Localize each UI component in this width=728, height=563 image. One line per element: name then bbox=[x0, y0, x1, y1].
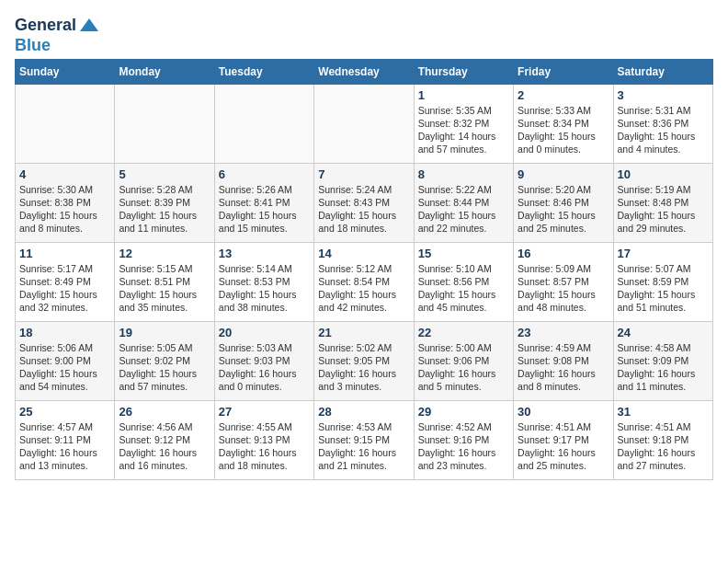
weekday-header-row: SundayMondayTuesdayWednesdayThursdayFrid… bbox=[16, 59, 713, 84]
calendar-cell: 14Sunrise: 5:12 AMSunset: 8:54 PMDayligh… bbox=[314, 242, 414, 321]
day-number: 28 bbox=[318, 405, 409, 419]
day-info: Sunrise: 4:56 AMSunset: 9:12 PMDaylight:… bbox=[119, 420, 210, 473]
day-info: Sunrise: 5:06 AMSunset: 9:00 PMDaylight:… bbox=[19, 341, 110, 394]
day-number: 20 bbox=[219, 326, 310, 339]
calendar-cell: 15Sunrise: 5:10 AMSunset: 8:56 PMDayligh… bbox=[414, 242, 513, 321]
day-number: 8 bbox=[418, 167, 509, 181]
day-info: Sunrise: 4:58 AMSunset: 9:09 PMDaylight:… bbox=[618, 341, 709, 394]
calendar-cell: 30Sunrise: 4:51 AMSunset: 9:17 PMDayligh… bbox=[514, 400, 613, 479]
calendar-cell: 12Sunrise: 5:15 AMSunset: 8:51 PMDayligh… bbox=[115, 242, 214, 321]
calendar-week-row: 18Sunrise: 5:06 AMSunset: 9:00 PMDayligh… bbox=[16, 321, 713, 400]
day-info: Sunrise: 5:35 AMSunset: 8:32 PMDaylight:… bbox=[418, 104, 509, 156]
day-number: 30 bbox=[518, 405, 609, 419]
day-number: 6 bbox=[219, 167, 310, 181]
calendar-cell: 18Sunrise: 5:06 AMSunset: 9:00 PMDayligh… bbox=[16, 321, 115, 400]
day-number: 31 bbox=[618, 405, 709, 419]
day-number: 5 bbox=[119, 167, 210, 181]
day-info: Sunrise: 5:26 AMSunset: 8:41 PMDaylight:… bbox=[219, 183, 310, 236]
weekday-header-tuesday: Tuesday bbox=[214, 59, 313, 84]
calendar-cell: 27Sunrise: 4:55 AMSunset: 9:13 PMDayligh… bbox=[214, 400, 313, 479]
day-number: 10 bbox=[618, 167, 709, 181]
calendar-cell bbox=[214, 84, 313, 163]
calendar-week-row: 1Sunrise: 5:35 AMSunset: 8:32 PMDaylight… bbox=[16, 84, 713, 163]
day-number: 17 bbox=[618, 247, 709, 260]
day-number: 18 bbox=[19, 326, 110, 339]
calendar-cell bbox=[115, 84, 214, 163]
calendar-cell: 31Sunrise: 4:51 AMSunset: 9:18 PMDayligh… bbox=[613, 400, 712, 479]
day-number: 25 bbox=[19, 405, 110, 419]
calendar-cell: 24Sunrise: 4:58 AMSunset: 9:09 PMDayligh… bbox=[613, 321, 712, 400]
calendar-cell: 11Sunrise: 5:17 AMSunset: 8:49 PMDayligh… bbox=[16, 242, 115, 321]
day-number: 23 bbox=[518, 326, 609, 339]
logo-text-line2: Blue bbox=[15, 36, 51, 54]
calendar-cell: 7Sunrise: 5:24 AMSunset: 8:43 PMDaylight… bbox=[314, 163, 414, 242]
calendar-cell: 5Sunrise: 5:28 AMSunset: 8:39 PMDaylight… bbox=[115, 163, 214, 242]
day-number: 9 bbox=[518, 167, 609, 181]
day-number: 1 bbox=[418, 88, 509, 102]
day-info: Sunrise: 5:22 AMSunset: 8:44 PMDaylight:… bbox=[418, 183, 509, 236]
day-info: Sunrise: 4:53 AMSunset: 9:15 PMDaylight:… bbox=[318, 420, 409, 473]
day-info: Sunrise: 5:15 AMSunset: 8:51 PMDaylight:… bbox=[119, 262, 210, 315]
logo-icon bbox=[78, 15, 100, 37]
calendar-cell: 28Sunrise: 4:53 AMSunset: 9:15 PMDayligh… bbox=[314, 400, 414, 479]
day-info: Sunrise: 5:02 AMSunset: 9:05 PMDaylight:… bbox=[318, 341, 409, 394]
calendar-cell: 9Sunrise: 5:20 AMSunset: 8:46 PMDaylight… bbox=[514, 163, 613, 242]
day-number: 13 bbox=[219, 247, 310, 260]
day-number: 15 bbox=[418, 247, 509, 260]
calendar-cell bbox=[314, 84, 414, 163]
calendar-cell: 21Sunrise: 5:02 AMSunset: 9:05 PMDayligh… bbox=[314, 321, 414, 400]
day-number: 14 bbox=[318, 247, 409, 260]
calendar-table: SundayMondayTuesdayWednesdayThursdayFrid… bbox=[15, 59, 713, 480]
day-info: Sunrise: 5:07 AMSunset: 8:59 PMDaylight:… bbox=[618, 262, 709, 315]
calendar-cell: 23Sunrise: 4:59 AMSunset: 9:08 PMDayligh… bbox=[514, 321, 613, 400]
calendar-cell: 10Sunrise: 5:19 AMSunset: 8:48 PMDayligh… bbox=[613, 163, 712, 242]
calendar-cell: 6Sunrise: 5:26 AMSunset: 8:41 PMDaylight… bbox=[214, 163, 313, 242]
weekday-header-thursday: Thursday bbox=[414, 59, 513, 84]
day-info: Sunrise: 5:33 AMSunset: 8:34 PMDaylight:… bbox=[518, 104, 609, 156]
page-header: General Blue bbox=[15, 15, 713, 55]
day-info: Sunrise: 5:00 AMSunset: 9:06 PMDaylight:… bbox=[418, 341, 509, 394]
weekday-header-wednesday: Wednesday bbox=[314, 59, 414, 84]
day-number: 11 bbox=[19, 247, 110, 260]
calendar-cell: 16Sunrise: 5:09 AMSunset: 8:57 PMDayligh… bbox=[514, 242, 613, 321]
day-info: Sunrise: 4:57 AMSunset: 9:11 PMDaylight:… bbox=[19, 420, 110, 473]
calendar-cell: 17Sunrise: 5:07 AMSunset: 8:59 PMDayligh… bbox=[613, 242, 712, 321]
day-info: Sunrise: 5:03 AMSunset: 9:03 PMDaylight:… bbox=[219, 341, 310, 394]
calendar-cell: 2Sunrise: 5:33 AMSunset: 8:34 PMDaylight… bbox=[514, 84, 613, 163]
day-info: Sunrise: 5:05 AMSunset: 9:02 PMDaylight:… bbox=[119, 341, 210, 394]
day-info: Sunrise: 5:28 AMSunset: 8:39 PMDaylight:… bbox=[119, 183, 210, 236]
day-info: Sunrise: 5:17 AMSunset: 8:49 PMDaylight:… bbox=[19, 262, 110, 315]
calendar-cell: 3Sunrise: 5:31 AMSunset: 8:36 PMDaylight… bbox=[613, 84, 712, 163]
calendar-week-row: 11Sunrise: 5:17 AMSunset: 8:49 PMDayligh… bbox=[16, 242, 713, 321]
svg-marker-0 bbox=[80, 18, 98, 31]
day-number: 29 bbox=[418, 405, 509, 419]
day-info: Sunrise: 4:52 AMSunset: 9:16 PMDaylight:… bbox=[418, 420, 509, 473]
day-info: Sunrise: 5:24 AMSunset: 8:43 PMDaylight:… bbox=[318, 183, 409, 236]
calendar-cell: 8Sunrise: 5:22 AMSunset: 8:44 PMDaylight… bbox=[414, 163, 513, 242]
weekday-header-sunday: Sunday bbox=[16, 59, 115, 84]
day-number: 26 bbox=[119, 405, 210, 419]
calendar-cell bbox=[16, 84, 115, 163]
day-number: 22 bbox=[418, 326, 509, 339]
day-number: 16 bbox=[518, 247, 609, 260]
day-number: 19 bbox=[119, 326, 210, 339]
calendar-cell: 25Sunrise: 4:57 AMSunset: 9:11 PMDayligh… bbox=[16, 400, 115, 479]
calendar-cell: 4Sunrise: 5:30 AMSunset: 8:38 PMDaylight… bbox=[16, 163, 115, 242]
day-info: Sunrise: 4:59 AMSunset: 9:08 PMDaylight:… bbox=[518, 341, 609, 394]
day-number: 21 bbox=[318, 326, 409, 339]
day-info: Sunrise: 4:51 AMSunset: 9:18 PMDaylight:… bbox=[618, 420, 709, 473]
day-info: Sunrise: 5:10 AMSunset: 8:56 PMDaylight:… bbox=[418, 262, 509, 315]
calendar-cell: 26Sunrise: 4:56 AMSunset: 9:12 PMDayligh… bbox=[115, 400, 214, 479]
calendar-cell: 1Sunrise: 5:35 AMSunset: 8:32 PMDaylight… bbox=[414, 84, 513, 163]
day-number: 12 bbox=[119, 247, 210, 260]
weekday-header-monday: Monday bbox=[115, 59, 214, 84]
weekday-header-friday: Friday bbox=[514, 59, 613, 84]
day-number: 3 bbox=[618, 88, 709, 102]
day-info: Sunrise: 5:14 AMSunset: 8:53 PMDaylight:… bbox=[219, 262, 310, 315]
calendar-cell: 22Sunrise: 5:00 AMSunset: 9:06 PMDayligh… bbox=[414, 321, 513, 400]
day-info: Sunrise: 5:12 AMSunset: 8:54 PMDaylight:… bbox=[318, 262, 409, 315]
day-number: 27 bbox=[219, 405, 310, 419]
calendar-week-row: 4Sunrise: 5:30 AMSunset: 8:38 PMDaylight… bbox=[16, 163, 713, 242]
calendar-cell: 20Sunrise: 5:03 AMSunset: 9:03 PMDayligh… bbox=[214, 321, 313, 400]
day-number: 2 bbox=[518, 88, 609, 102]
